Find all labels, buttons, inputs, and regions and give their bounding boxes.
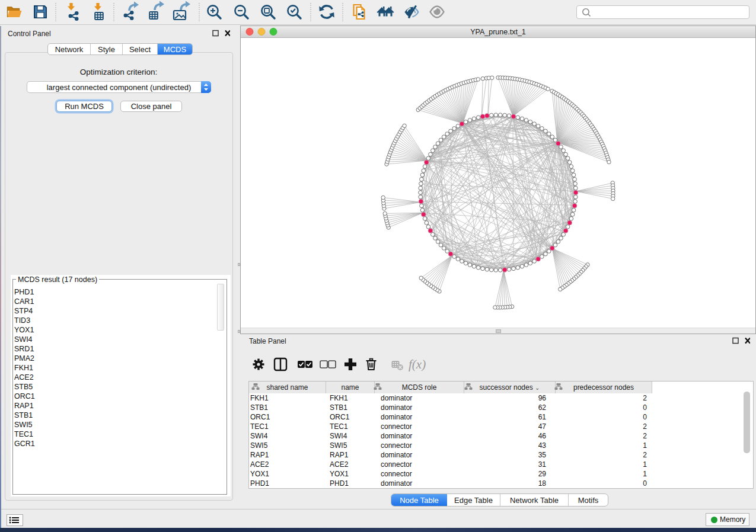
svg-text:f(x): f(x): [409, 357, 426, 371]
